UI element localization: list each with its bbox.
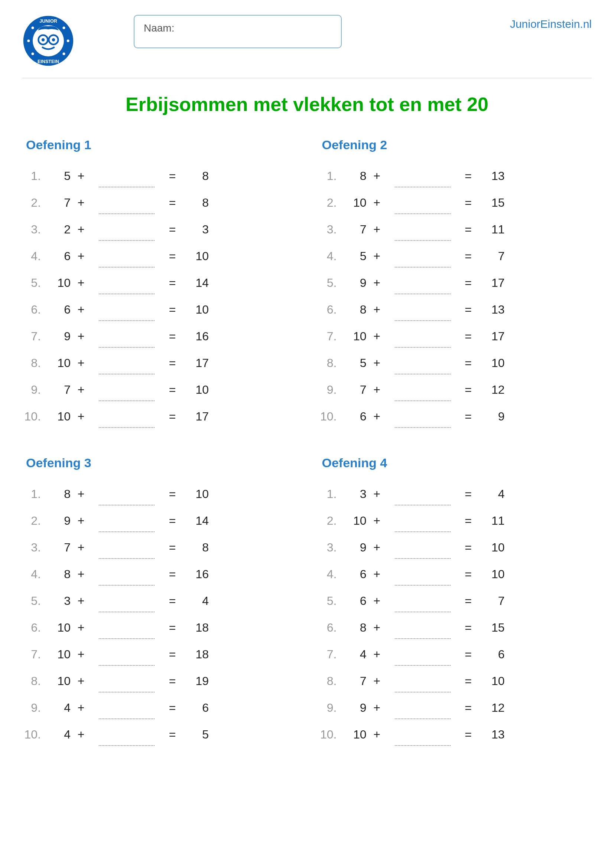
problem-index: 7.	[22, 648, 45, 661]
problem-index: 9.	[22, 701, 45, 715]
problem-index: 6.	[318, 621, 340, 635]
result-value: 10	[183, 250, 209, 263]
equals-sign: =	[162, 169, 183, 183]
answer-blank[interactable]	[95, 512, 158, 530]
answer-blank[interactable]	[95, 220, 158, 239]
answer-blank[interactable]	[391, 380, 454, 399]
result-value: 10	[183, 303, 209, 316]
answer-blank[interactable]	[95, 565, 158, 583]
equals-sign: =	[162, 196, 183, 210]
operator-plus: +	[71, 169, 92, 183]
operand-a: 10	[340, 196, 367, 210]
problem-row: 8.10+=19	[22, 668, 296, 694]
problem-row: 9.7+=10	[22, 376, 296, 403]
answer-blank[interactable]	[95, 538, 158, 556]
equals-sign: =	[458, 541, 479, 555]
answer-blank[interactable]	[391, 618, 454, 637]
result-value: 8	[183, 541, 209, 555]
result-value: 10	[183, 383, 209, 397]
logo-text-top: JUNIOR	[39, 19, 57, 24]
svg-point-7	[67, 40, 70, 42]
answer-blank[interactable]	[95, 485, 158, 503]
answer-blank[interactable]	[391, 645, 454, 663]
exercise-title: Oefening 3	[22, 456, 296, 470]
answer-blank[interactable]	[95, 645, 158, 663]
answer-blank[interactable]	[391, 220, 454, 239]
problem-index: 4.	[22, 250, 45, 263]
logo-text-bottom: EINSTEIN	[37, 59, 59, 64]
problem-row: 1.8+=13	[318, 163, 592, 189]
problem-row: 6.10+=18	[22, 614, 296, 641]
answer-blank[interactable]	[95, 407, 158, 426]
answer-blank[interactable]	[391, 193, 454, 212]
operand-a: 10	[45, 356, 71, 370]
answer-blank[interactable]	[391, 300, 454, 319]
answer-blank[interactable]	[391, 698, 454, 717]
answer-blank[interactable]	[95, 592, 158, 610]
answer-blank[interactable]	[95, 273, 158, 292]
answer-blank[interactable]	[391, 592, 454, 610]
site-link[interactable]: JuniorEinstein.nl	[510, 15, 592, 30]
answer-blank[interactable]	[95, 618, 158, 637]
problem-row: 2.9+=14	[22, 507, 296, 534]
result-value: 16	[183, 567, 209, 581]
operand-a: 10	[340, 728, 367, 741]
problem-row: 4.5+=7	[318, 243, 592, 270]
problem-row: 9.9+=12	[318, 694, 592, 721]
operand-a: 4	[45, 701, 71, 715]
answer-blank[interactable]	[95, 327, 158, 346]
answer-blank[interactable]	[95, 380, 158, 399]
exercise-block: Oefening 21.8+=132.10+=153.7+=114.5+=75.…	[318, 138, 592, 430]
svg-point-5	[52, 38, 55, 41]
operator-plus: +	[367, 410, 387, 423]
answer-blank[interactable]	[95, 353, 158, 372]
answer-blank[interactable]	[95, 698, 158, 717]
answer-blank[interactable]	[391, 725, 454, 744]
result-value: 13	[479, 169, 505, 183]
operator-plus: +	[367, 621, 387, 635]
problem-index: 3.	[318, 223, 340, 236]
svg-point-9	[63, 27, 65, 29]
operator-plus: +	[367, 356, 387, 370]
problem-index: 2.	[22, 196, 45, 210]
operand-a: 9	[340, 541, 367, 555]
problem-index: 10.	[22, 410, 45, 423]
name-input-box[interactable]: Naam:	[134, 15, 342, 48]
answer-blank[interactable]	[391, 407, 454, 426]
answer-blank[interactable]	[391, 485, 454, 503]
problem-row: 4.6+=10	[318, 561, 592, 587]
problem-row: 3.9+=10	[318, 534, 592, 561]
answer-blank[interactable]	[391, 538, 454, 556]
operand-a: 9	[45, 330, 71, 343]
operator-plus: +	[71, 383, 92, 397]
answer-blank[interactable]	[391, 273, 454, 292]
answer-blank[interactable]	[391, 327, 454, 346]
operand-a: 10	[340, 514, 367, 528]
answer-blank[interactable]	[391, 672, 454, 690]
problem-index: 5.	[22, 594, 45, 608]
equals-sign: =	[458, 169, 479, 183]
problem-row: 9.7+=12	[318, 376, 592, 403]
answer-blank[interactable]	[95, 167, 158, 185]
answer-blank[interactable]	[95, 247, 158, 265]
operand-a: 5	[340, 356, 367, 370]
answer-blank[interactable]	[391, 167, 454, 185]
operator-plus: +	[71, 648, 92, 661]
equals-sign: =	[458, 330, 479, 343]
operator-plus: +	[367, 701, 387, 715]
answer-blank[interactable]	[95, 672, 158, 690]
answer-blank[interactable]	[391, 512, 454, 530]
answer-blank[interactable]	[391, 565, 454, 583]
equals-sign: =	[162, 487, 183, 501]
answer-blank[interactable]	[95, 300, 158, 319]
answer-blank[interactable]	[95, 725, 158, 744]
operator-plus: +	[71, 303, 92, 316]
operator-plus: +	[367, 648, 387, 661]
answer-blank[interactable]	[95, 193, 158, 212]
operand-a: 6	[340, 567, 367, 581]
result-value: 12	[479, 701, 505, 715]
answer-blank[interactable]	[391, 353, 454, 372]
problem-row: 5.10+=14	[22, 270, 296, 296]
operator-plus: +	[71, 276, 92, 290]
answer-blank[interactable]	[391, 247, 454, 265]
